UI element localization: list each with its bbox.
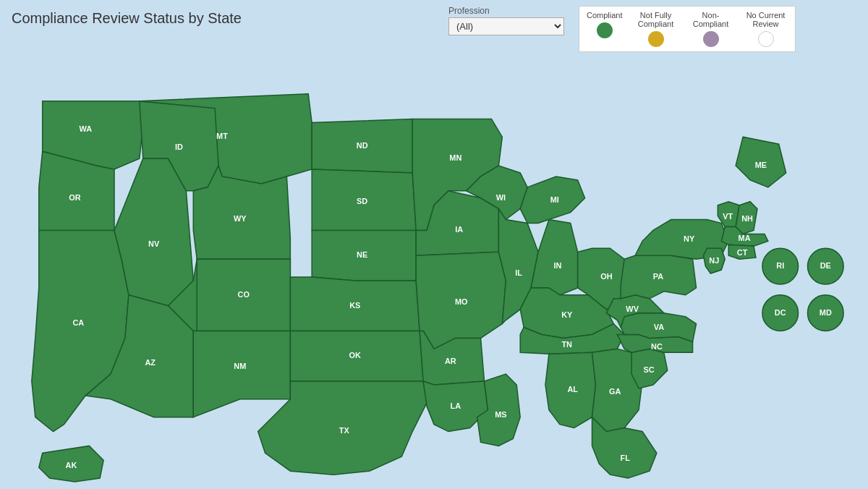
state-MO[interactable] [416, 252, 506, 349]
legend-non-compliant-label: Non-Compliant [689, 11, 733, 28]
state-NE[interactable] [312, 230, 416, 281]
state-DC[interactable] [762, 295, 799, 331]
state-RI[interactable] [762, 248, 799, 284]
compliant-dot [597, 22, 613, 38]
profession-label: Profession [448, 6, 490, 16]
state-KS[interactable] [290, 277, 420, 331]
state-AK[interactable] [39, 446, 103, 482]
state-SC[interactable] [631, 349, 668, 388]
legend-compliant-label: Compliant [587, 11, 623, 20]
us-map: WA OR CA NV ID MT WY UT AZ CO NM ND [0, 65, 868, 489]
state-MD[interactable] [807, 295, 843, 331]
state-CA[interactable] [32, 230, 129, 431]
no-review-dot [758, 31, 774, 47]
state-ME[interactable] [736, 137, 786, 187]
not-fully-dot [648, 31, 664, 47]
state-SD[interactable] [312, 169, 416, 230]
legend: Compliant Not Fully Compliant Non-Compli… [579, 6, 796, 52]
state-OK[interactable] [290, 331, 423, 381]
legend-no-review: No Current Review [744, 11, 788, 47]
legend-not-fully-label: Not Fully Compliant [634, 11, 678, 28]
state-NJ[interactable] [703, 248, 725, 273]
state-CT[interactable] [728, 244, 756, 259]
state-CO[interactable] [197, 259, 290, 331]
state-IN[interactable] [531, 220, 578, 295]
state-NH[interactable] [736, 202, 757, 234]
state-PA[interactable] [621, 255, 696, 299]
legend-non-compliant: Non-Compliant [689, 11, 733, 47]
profession-filter: Profession (All)NursingMedicinePharmacyD… [448, 6, 564, 35]
map-container: WA OR CA NV ID MT WY UT AZ CO NM ND [0, 65, 868, 489]
profession-select[interactable]: (All)NursingMedicinePharmacyDentistry [448, 17, 564, 35]
state-MI[interactable] [520, 177, 584, 224]
state-DE[interactable] [807, 248, 843, 284]
state-NM[interactable] [193, 331, 290, 417]
state-ND[interactable] [312, 119, 412, 172]
non-compliant-dot [703, 31, 719, 47]
page-title: Compliance Review Status by State [12, 10, 242, 27]
legend-no-review-label: No Current Review [744, 11, 788, 28]
legend-compliant: Compliant [587, 11, 623, 38]
state-AL[interactable] [545, 352, 596, 428]
legend-not-fully: Not Fully Compliant [634, 11, 678, 47]
controls-area: Profession (All)NursingMedicinePharmacyD… [448, 6, 796, 52]
